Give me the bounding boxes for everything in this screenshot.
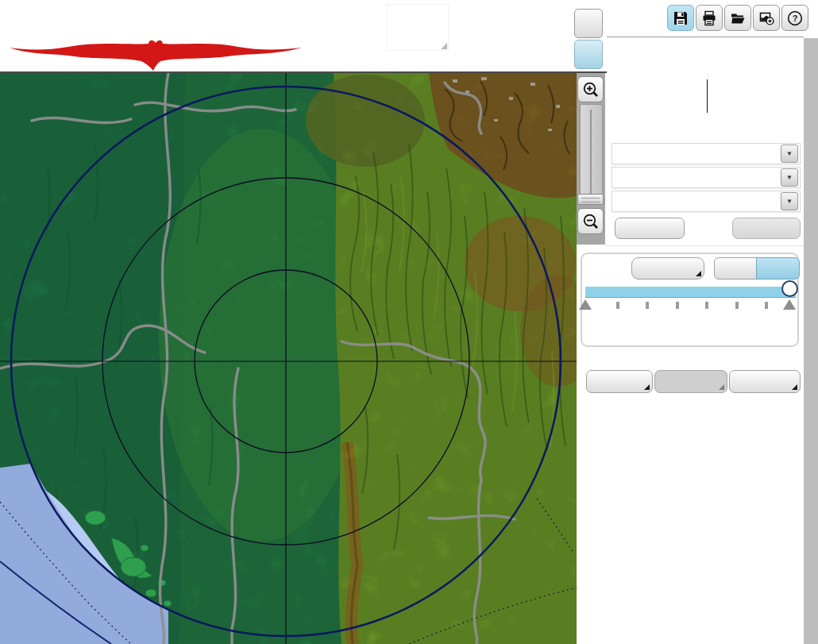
slider-tick <box>646 302 649 309</box>
track-button[interactable] <box>729 370 801 393</box>
help-icon: ? <box>787 10 803 26</box>
zoom-slider-groove <box>590 110 592 195</box>
divider <box>605 245 804 246</box>
help-button[interactable]: ? <box>781 5 808 31</box>
zoom-strip <box>577 73 605 245</box>
radar-map[interactable] <box>0 73 577 644</box>
header: ? <box>0 0 818 73</box>
zoom-in-button[interactable] <box>577 76 604 102</box>
select-button[interactable] <box>732 218 801 239</box>
preview-box <box>387 4 449 51</box>
slider-tick <box>616 302 619 309</box>
slider-tick <box>705 302 708 309</box>
menu-corner-icon <box>644 384 650 390</box>
replay-slider-track[interactable] <box>585 287 796 298</box>
add-image-icon <box>758 10 774 26</box>
location-button[interactable] <box>586 370 653 393</box>
terrain-map <box>0 73 577 644</box>
save-button[interactable] <box>667 5 694 31</box>
menu-corner-icon <box>792 384 797 390</box>
zoom-out-button[interactable] <box>577 208 604 234</box>
jbirds-window: ? <box>0 0 818 644</box>
print-icon <box>701 10 717 26</box>
menu-corner-icon <box>696 271 701 276</box>
control-panel: ▼ ▼ ▼ <box>577 73 804 644</box>
right-splitter[interactable] <box>804 38 818 644</box>
slider-tick <box>735 302 739 309</box>
chevron-down-icon[interactable]: ▼ <box>781 192 798 210</box>
add-image-button[interactable] <box>753 5 780 31</box>
zoom-slider-track[interactable] <box>580 104 603 202</box>
manual-button[interactable] <box>756 257 800 280</box>
replay-slider-handle[interactable] <box>781 280 798 297</box>
resize-grip-icon[interactable] <box>441 43 447 49</box>
chevron-down-icon[interactable]: ▼ <box>781 145 798 163</box>
slider-start-marker <box>579 299 592 310</box>
zoom-slider-thumb[interactable] <box>577 194 604 205</box>
previous-button[interactable] <box>615 218 685 239</box>
zoom-in-icon <box>582 81 600 98</box>
option-dropdown[interactable]: ▼ <box>612 191 801 212</box>
divider <box>707 79 708 113</box>
x-section-button[interactable] <box>654 370 727 393</box>
zoom-out-icon <box>582 213 600 230</box>
slider-tick <box>676 302 679 309</box>
menu-corner-icon <box>719 384 724 390</box>
mmt-button[interactable] <box>574 40 603 69</box>
save-icon <box>673 10 689 26</box>
slider-end-marker <box>783 299 796 310</box>
divider <box>607 37 804 37</box>
utc-button[interactable] <box>574 9 603 38</box>
slider-tick <box>765 302 768 309</box>
svg-text:?: ? <box>793 13 798 23</box>
print-button[interactable] <box>696 5 723 31</box>
auto-button[interactable] <box>714 257 757 280</box>
product-dropdown[interactable]: ▼ <box>612 167 801 188</box>
open-folder-icon <box>730 10 746 26</box>
eagle-icon <box>8 37 303 71</box>
chevron-down-icon[interactable]: ▼ <box>781 168 798 187</box>
site-dropdown[interactable]: ▼ <box>612 143 801 164</box>
bookmark-button[interactable] <box>631 257 704 280</box>
open-folder-button[interactable] <box>724 5 751 31</box>
transport-controls <box>581 314 799 341</box>
